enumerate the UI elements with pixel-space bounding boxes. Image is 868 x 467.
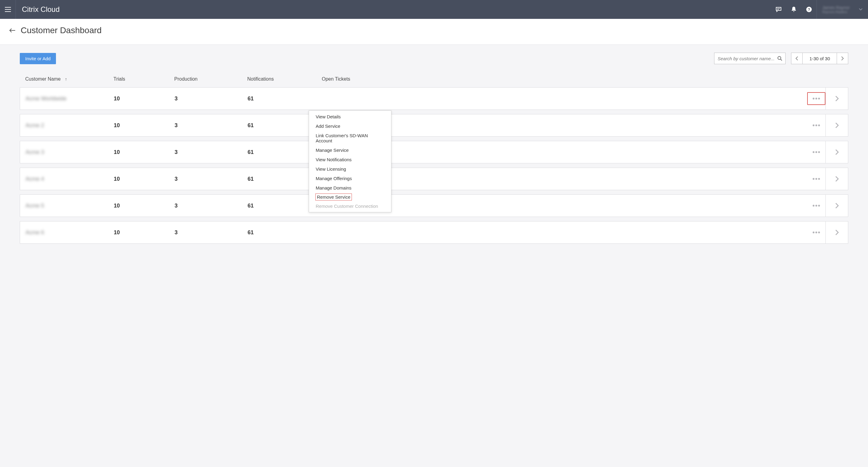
cell-production: 3	[175, 95, 248, 102]
row-more-button[interactable]	[807, 92, 826, 105]
cell-customer-name: Acme 6	[26, 229, 114, 236]
dropdown-item: Remove Customer Connection	[309, 201, 391, 211]
svg-point-6	[813, 124, 814, 126]
dropdown-item[interactable]: Remove Service	[315, 193, 352, 201]
cell-customer-name: Acme 3	[26, 149, 114, 155]
header-notifications[interactable]: Notifications	[247, 76, 322, 82]
more-horizontal-icon	[812, 124, 820, 126]
row-actions	[807, 114, 848, 136]
cell-trials: 10	[114, 95, 175, 102]
search-icon	[777, 56, 782, 61]
table-row: Acme Worldwide 10 3 61	[20, 87, 848, 110]
table-row: Acme 2 10 3 61	[20, 114, 848, 137]
chat-button[interactable]	[771, 0, 786, 19]
svg-point-13	[815, 178, 817, 180]
row-expand-button[interactable]	[826, 195, 848, 216]
cell-trials: 10	[114, 203, 175, 209]
cell-production: 3	[175, 203, 248, 209]
chevron-right-icon	[835, 176, 839, 182]
search-box[interactable]	[714, 53, 785, 64]
pager-next-button[interactable]	[837, 53, 848, 64]
row-actions	[807, 141, 848, 163]
user-org: Raynors Raiders	[823, 10, 850, 14]
help-icon: ?	[806, 6, 812, 12]
hamburger-icon	[5, 7, 11, 12]
svg-point-3	[813, 98, 814, 99]
row-actions	[807, 88, 848, 110]
back-button[interactable]	[9, 28, 16, 33]
notifications-button[interactable]	[786, 0, 801, 19]
sort-arrow-up-icon: ↑	[65, 77, 67, 82]
row-more-button[interactable]	[807, 119, 826, 132]
row-actions	[807, 168, 848, 190]
cell-customer-name: Acme 5	[26, 203, 114, 209]
svg-point-7	[815, 124, 817, 126]
dropdown-item[interactable]: Link Customer's SD-WAN Account	[309, 131, 391, 145]
page-title: Customer Dashboard	[21, 26, 101, 35]
pager-prev-button[interactable]	[791, 53, 803, 64]
svg-point-8	[818, 124, 820, 126]
topbar: Citrix Cloud ? James Raynor Raynors Raid…	[0, 0, 868, 19]
svg-point-18	[813, 232, 814, 233]
svg-point-12	[813, 178, 814, 180]
svg-text:?: ?	[808, 7, 810, 12]
row-actions	[807, 222, 848, 243]
cell-trials: 10	[114, 122, 175, 129]
header-trials[interactable]: Trials	[114, 76, 174, 82]
customer-table: Customer Name ↑ Trials Production Notifi…	[0, 73, 868, 260]
chevron-down-icon	[859, 8, 863, 11]
row-more-button[interactable]	[807, 173, 826, 185]
more-horizontal-icon	[812, 178, 820, 180]
invite-or-add-button[interactable]: Invite or Add	[20, 53, 56, 64]
toolbar: Invite or Add 1-30 of 30	[0, 45, 868, 73]
table-row: Acme 5 10 3 61	[20, 195, 848, 217]
dropdown-item[interactable]: View Details	[309, 112, 391, 121]
cell-customer-name: Acme 2	[26, 122, 114, 129]
chevron-left-icon	[795, 56, 798, 61]
row-expand-button[interactable]	[826, 114, 848, 136]
cell-customer-name: Acme 4	[26, 176, 114, 182]
cell-notifications: 61	[248, 229, 322, 236]
cell-production: 3	[175, 176, 248, 182]
hamburger-menu-button[interactable]	[0, 0, 16, 19]
dropdown-item[interactable]: View Notifications	[309, 155, 391, 164]
dropdown-item[interactable]: Manage Offerings	[309, 174, 391, 183]
dropdown-item[interactable]: Manage Service	[309, 145, 391, 155]
row-actions-menu: View DetailsAdd ServiceLink Customer's S…	[309, 111, 392, 212]
cell-notifications: 61	[248, 95, 322, 102]
search-input[interactable]	[717, 56, 777, 61]
header-customer-name[interactable]: Customer Name ↑	[25, 76, 114, 82]
row-expand-button[interactable]	[826, 222, 848, 243]
cell-production: 3	[175, 229, 248, 236]
chevron-right-icon	[841, 56, 844, 61]
header-open-tickets[interactable]: Open Tickets	[322, 76, 382, 82]
chat-icon	[776, 7, 782, 12]
table-row: Acme 4 10 3 61	[20, 168, 848, 190]
chevron-right-icon	[835, 229, 839, 235]
header-production[interactable]: Production	[174, 76, 247, 82]
dropdown-item[interactable]: View Licensing	[309, 164, 391, 174]
user-menu[interactable]: James Raynor Raynors Raiders	[816, 0, 868, 19]
pagination: 1-30 of 30	[791, 53, 848, 64]
brand-light: Cloud	[39, 5, 60, 13]
svg-point-11	[818, 151, 820, 153]
cell-trials: 10	[114, 176, 175, 182]
row-actions	[807, 195, 848, 216]
row-expand-button[interactable]	[826, 141, 848, 163]
dropdown-item[interactable]: Add Service	[309, 121, 391, 131]
row-more-button[interactable]	[807, 146, 826, 158]
row-more-button[interactable]	[807, 226, 826, 239]
svg-point-4	[815, 98, 817, 99]
row-expand-button[interactable]	[826, 168, 848, 190]
chevron-right-icon	[835, 122, 839, 128]
row-expand-button[interactable]	[826, 88, 848, 110]
brand-logo: Citrix Cloud	[16, 5, 66, 14]
svg-point-15	[813, 205, 814, 207]
dropdown-item[interactable]: Manage Domains	[309, 183, 391, 193]
help-button[interactable]: ?	[801, 0, 816, 19]
svg-point-17	[818, 205, 820, 207]
more-horizontal-icon	[812, 205, 820, 207]
svg-point-5	[818, 98, 820, 99]
row-more-button[interactable]	[807, 199, 826, 212]
page-header: Customer Dashboard	[0, 19, 868, 45]
